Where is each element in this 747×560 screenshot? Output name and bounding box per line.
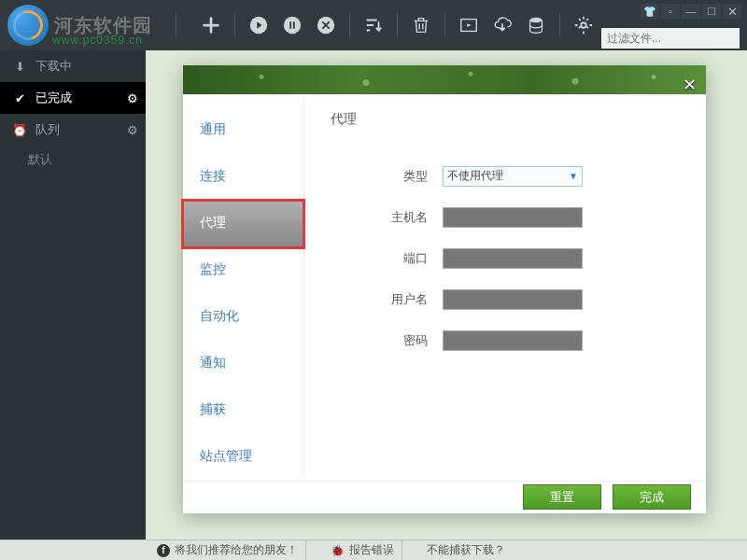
minimize-icon[interactable]: — xyxy=(682,4,700,19)
dialog-nav: 通用 连接 代理 监控 自动化 通知 捕获 站点管理 xyxy=(183,94,304,481)
svg-point-1 xyxy=(284,17,301,34)
window-restore-icon[interactable]: ▫ xyxy=(661,4,680,19)
svg-point-6 xyxy=(530,18,543,23)
select-value: 不使用代理 xyxy=(447,168,503,184)
svg-point-7 xyxy=(581,22,586,28)
cancel-button[interactable] xyxy=(310,9,342,41)
add-button[interactable] xyxy=(195,9,227,41)
capture-help-link[interactable]: 不能捕获下载？ xyxy=(419,540,513,560)
nav-monitor[interactable]: 监控 xyxy=(183,247,303,294)
report-bug-link[interactable]: 🐞 报告错误 xyxy=(323,540,402,560)
filter-search[interactable] xyxy=(601,28,740,49)
port-label: 端口 xyxy=(331,250,443,267)
settings-button[interactable] xyxy=(568,9,599,41)
play-button[interactable] xyxy=(243,9,275,41)
sidebar-sub-default[interactable]: 默认 xyxy=(0,146,146,174)
sidebar-item-downloading[interactable]: ⬇ 下载中 xyxy=(0,50,146,82)
close-icon[interactable]: ✕ xyxy=(683,75,697,95)
brand-url: www.pc0359.cn xyxy=(52,34,143,47)
app-logo: 河东软件园 www.pc0359.cn xyxy=(7,0,166,50)
database-button[interactable] xyxy=(520,9,552,41)
media-button[interactable] xyxy=(453,9,485,41)
pass-label: 密码 xyxy=(331,332,443,349)
done-button[interactable]: 完成 xyxy=(613,484,691,510)
nav-general[interactable]: 通用 xyxy=(183,107,303,154)
footer-text: 将我们推荐给您的朋友！ xyxy=(175,542,298,558)
sort-button[interactable] xyxy=(358,9,389,41)
status-bar: f 将我们推荐给您的朋友！ 🐞 报告错误 不能捕获下载？ xyxy=(0,539,747,560)
proxy-type-select[interactable]: 不使用代理 ▼ xyxy=(443,166,583,187)
username-input[interactable] xyxy=(443,289,583,310)
host-label: 主机名 xyxy=(331,209,443,226)
settings-dialog: ✕ 通用 连接 代理 监控 自动化 通知 捕获 站点管理 代理 类型 xyxy=(183,65,706,513)
facebook-icon: f xyxy=(157,544,170,557)
sidebar-item-queue[interactable]: ⏰ 队列 ⚙ xyxy=(0,114,146,146)
clock-icon: ⏰ xyxy=(11,123,28,137)
type-label: 类型 xyxy=(331,168,443,185)
sidebar-item-completed[interactable]: ✔ 已完成 ⚙ xyxy=(0,82,146,114)
nav-connection[interactable]: 连接 xyxy=(183,154,303,201)
host-input[interactable] xyxy=(443,207,583,228)
password-input[interactable] xyxy=(443,330,583,351)
port-input[interactable] xyxy=(443,248,583,269)
download-icon: ⬇ xyxy=(11,60,28,74)
theme-icon[interactable]: 👕 xyxy=(641,4,659,19)
nav-notification[interactable]: 通知 xyxy=(183,341,303,387)
sidebar-item-label: 已完成 xyxy=(35,90,72,106)
nav-capture[interactable]: 捕获 xyxy=(183,387,303,434)
svg-rect-3 xyxy=(293,21,295,28)
dialog-header: ✕ xyxy=(183,65,706,94)
sidebar-item-label: 下载中 xyxy=(35,58,72,75)
nav-proxy[interactable]: 代理 xyxy=(183,201,303,247)
maximize-icon[interactable]: ☐ xyxy=(702,4,721,19)
user-label: 用户名 xyxy=(331,291,443,308)
chevron-down-icon: ▼ xyxy=(569,171,578,181)
gear-icon[interactable]: ⚙ xyxy=(127,123,138,137)
panel-title: 代理 xyxy=(331,111,680,128)
close-window-icon[interactable]: ✕ xyxy=(723,4,741,19)
trash-button[interactable] xyxy=(405,9,437,41)
svg-rect-2 xyxy=(289,21,291,28)
cloud-download-button[interactable] xyxy=(486,9,518,41)
sidebar: ⬇ 下载中 ✔ 已完成 ⚙ ⏰ 队列 ⚙ 默认 xyxy=(0,50,146,539)
footer-text: 报告错误 xyxy=(349,542,394,558)
footer-text: 不能捕获下载？ xyxy=(427,542,505,558)
recommend-link[interactable]: f 将我们推荐给您的朋友！ xyxy=(149,540,306,560)
sidebar-item-label: 队列 xyxy=(35,121,60,138)
reset-button[interactable]: 重置 xyxy=(523,484,601,510)
nav-sites[interactable]: 站点管理 xyxy=(183,434,303,481)
bug-icon: 🐞 xyxy=(331,544,345,557)
check-icon: ✔ xyxy=(11,91,28,105)
gear-icon[interactable]: ⚙ xyxy=(127,91,138,105)
nav-automation[interactable]: 自动化 xyxy=(183,294,303,341)
filter-input[interactable] xyxy=(601,32,747,45)
pause-button[interactable] xyxy=(276,9,308,41)
